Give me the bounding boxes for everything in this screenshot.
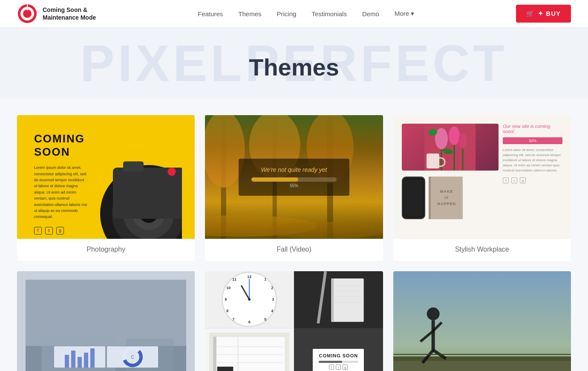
- cs-social-icons: f t g: [319, 365, 358, 370]
- theme-label-photography: Photography: [17, 239, 195, 261]
- nav-testimonials[interactable]: Testimonials: [311, 10, 347, 17]
- svg-point-24: [449, 126, 460, 145]
- buy-button[interactable]: 🛒 ✦ BUY: [516, 5, 571, 23]
- pen-notebook-svg: [294, 271, 383, 324]
- cs-facebook-icon: f: [329, 365, 334, 370]
- wp-facebook-icon: f: [503, 177, 509, 183]
- wp-body-text: Lorem dolor sit amet, consectetur adipis…: [503, 148, 562, 173]
- clock-2: 2: [271, 286, 273, 290]
- wp-social-icons: f t g: [503, 177, 562, 183]
- theme-card-runner[interactable]: COMING SOON Ut enim ad minim veniam, qui…: [393, 271, 571, 371]
- clock-minute-hand: [249, 279, 250, 299]
- clock-5: 5: [264, 317, 266, 322]
- photo-content: COMING SOON Lorem ipsum dolor sit amet, …: [34, 132, 97, 235]
- clock-8: 8: [226, 309, 228, 313]
- wp-tagline: Our new site is coming soon!: [503, 124, 562, 134]
- themes-grid: COMING SOON Lorem ipsum dolor sit amet, …: [17, 115, 571, 371]
- bottom-right-cell: COMING SOON f t g: [294, 328, 383, 371]
- cs-bar: [319, 361, 342, 363]
- webinar-bg-svg: [26, 280, 186, 371]
- svg-rect-37: [78, 357, 82, 368]
- svg-point-20: [266, 222, 383, 239]
- svg-rect-61: [393, 357, 571, 361]
- fall-text: We're not quite ready yet: [251, 166, 337, 173]
- clock-3: 3: [272, 297, 274, 301]
- svg-rect-52: [213, 336, 285, 371]
- svg-point-62: [427, 307, 439, 320]
- theme-thumbnail-fall: We're not quite ready yet 55%: [205, 115, 383, 239]
- theme-card-webinar[interactable]: WEBINARS MADE EASY Start My Free 7-Day T…: [17, 271, 195, 371]
- clock-center: [248, 298, 251, 301]
- svg-rect-45: [331, 278, 363, 322]
- svg-rect-53: [213, 336, 217, 371]
- cart-icon: 🛒: [526, 10, 534, 17]
- theme-thumbnail-workplace: MAKEITHAPPEN Our new site is coming soon…: [393, 115, 571, 239]
- cs-title-small: COMING SOON: [319, 353, 358, 358]
- svg-rect-39: [90, 348, 95, 368]
- wp-twitter-icon: t: [511, 177, 517, 183]
- header: Coming Soon &Maintenance Mode Features T…: [0, 0, 588, 28]
- wp-google-icon: g: [520, 177, 526, 183]
- coming-soon-small: COMING SOON f t g: [313, 349, 364, 371]
- nav-demo[interactable]: Demo: [362, 10, 379, 17]
- tulips-svg: [424, 124, 476, 171]
- nav-pricing[interactable]: Pricing: [277, 10, 297, 17]
- clock-10: 10: [226, 286, 231, 290]
- svg-point-11: [168, 168, 176, 176]
- cs-google-icon: g: [343, 365, 348, 370]
- svg-point-26: [458, 133, 467, 148]
- workplace-right: Our new site is coming soon! 32% Lorem d…: [503, 124, 562, 183]
- office-dark-cell: [294, 271, 383, 328]
- svg-rect-30: [427, 154, 439, 168]
- fall-overlay: We're not quite ready yet 55%: [239, 159, 349, 196]
- nav-themes[interactable]: Themes: [238, 10, 261, 17]
- clock-4: 4: [271, 309, 273, 313]
- theme-label-workplace: Stylish Workplace: [393, 239, 571, 261]
- svg-rect-35: [65, 355, 69, 368]
- camera-svg: [97, 122, 182, 239]
- clock-6: 6: [248, 320, 251, 324]
- google-icon: g: [56, 227, 64, 235]
- svg-rect-10: [123, 162, 144, 172]
- photo-social-icons: f t g: [34, 227, 88, 235]
- themes-section: COMING SOON Lorem ipsum dolor sit amet, …: [9, 98, 579, 371]
- theme-thumbnail-photography: COMING SOON Lorem ipsum dolor sit amet, …: [17, 115, 195, 239]
- cs-twitter-icon: t: [336, 365, 341, 370]
- notebook2-svg: [209, 333, 289, 371]
- photo-body-text: Lorem ipsum dolor sit amet, consectetur …: [34, 165, 88, 220]
- theme-thumbnail-clock: 12 3 6 9 1 2 4 5 11 10 8 7: [205, 271, 383, 371]
- nav-more[interactable]: More ▾: [395, 10, 414, 17]
- fall-progress-bg: [251, 177, 337, 182]
- theme-label-fall: Fall (Video): [205, 239, 383, 261]
- main-nav: Features Themes Pricing Testimonials Dem…: [96, 10, 516, 17]
- fall-progress-bar: [251, 177, 298, 182]
- bottom-left-cell: [205, 328, 294, 371]
- logo-icon: [17, 3, 37, 24]
- clock-12: 12: [247, 275, 251, 279]
- runner-bg-svg: [393, 271, 571, 371]
- theme-card-fall[interactable]: We're not quite ready yet 55% Fall (Vide…: [205, 115, 383, 261]
- logo-text: Coming Soon &Maintenance Mode: [43, 6, 96, 21]
- hero-section: PIXELPERFECT Themes: [0, 28, 588, 98]
- twitter-icon: t: [45, 227, 53, 235]
- clock-1: 1: [264, 277, 266, 281]
- page-title: Themes: [9, 53, 579, 81]
- svg-rect-57: [237, 336, 239, 371]
- svg-rect-59: [393, 271, 571, 371]
- clock-face-cell: 12 3 6 9 1 2 4 5 11 10 8 7: [205, 271, 294, 328]
- theme-card-workplace[interactable]: MAKEITHAPPEN Our new site is coming soon…: [393, 115, 571, 261]
- theme-thumbnail-runner: COMING SOON Ut enim ad minim veniam, qui…: [393, 271, 571, 371]
- clock-7: 7: [232, 317, 234, 322]
- theme-card-clock[interactable]: 12 3 6 9 1 2 4 5 11 10 8 7: [205, 271, 383, 371]
- cs-bar-bg: [319, 361, 358, 363]
- clock-face: 12 3 6 9 1 2 4 5 11 10 8 7: [222, 272, 277, 327]
- svg-rect-38: [84, 353, 88, 368]
- clock-11: 11: [232, 277, 236, 281]
- nav-features[interactable]: Features: [198, 10, 223, 17]
- wp-progress-text: 32%: [529, 139, 536, 143]
- photo-title: COMING SOON: [34, 132, 88, 159]
- theme-card-photography[interactable]: COMING SOON Lorem ipsum dolor sit amet, …: [17, 115, 195, 261]
- clock-9: 9: [225, 297, 227, 301]
- svg-rect-46: [331, 278, 334, 322]
- logo-area[interactable]: Coming Soon &Maintenance Mode: [17, 3, 96, 24]
